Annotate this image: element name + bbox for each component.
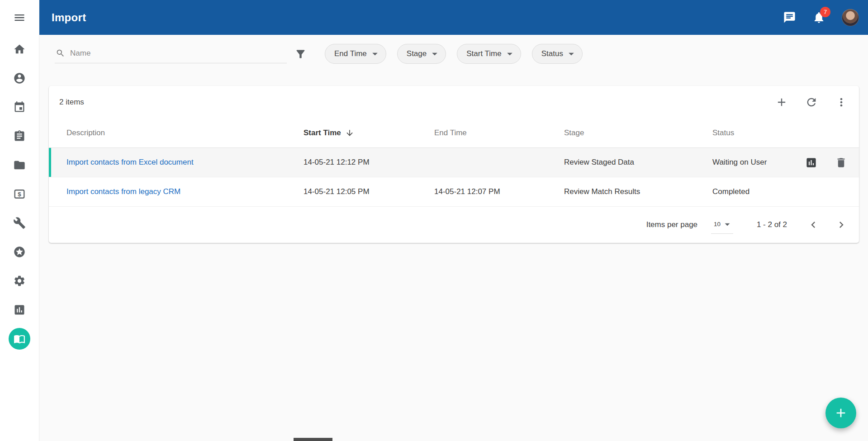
more-vert-icon	[835, 96, 848, 109]
plus-icon	[834, 406, 848, 420]
user-menu-button[interactable]	[842, 9, 859, 26]
home-icon	[13, 43, 26, 56]
filter-chip-start-time[interactable]: Start Time	[457, 44, 521, 64]
plus-icon	[775, 96, 788, 109]
toolbar-actions	[772, 92, 851, 112]
search-icon	[56, 48, 65, 58]
menu-icon	[13, 11, 26, 24]
calendar-icon	[13, 101, 26, 114]
add-button[interactable]	[772, 92, 792, 112]
cell-status: Completed	[712, 187, 792, 196]
sidebar-item-tools[interactable]	[0, 209, 39, 237]
next-page-button[interactable]	[831, 215, 851, 235]
chevron-right-icon	[835, 218, 848, 231]
wrench-icon	[13, 217, 26, 229]
filter-chip-status[interactable]: Status	[532, 44, 583, 64]
cell-end-time: 14-05-21 12:07 PM	[434, 187, 564, 196]
filter-button[interactable]	[294, 48, 307, 60]
pagination-bar: Items per page 10 1 - 2 of 2	[49, 207, 859, 243]
chat-icon	[783, 11, 796, 24]
filter-chip-end-time[interactable]: End Time	[325, 44, 386, 64]
filter-funnel-icon	[294, 48, 307, 60]
refresh-icon	[805, 96, 818, 109]
topbar-actions: 7	[783, 9, 859, 26]
billing-dollar-icon: $	[13, 188, 26, 200]
trash-icon	[835, 156, 847, 169]
menu-button[interactable]	[0, 0, 39, 35]
items-count: 2 items	[59, 98, 772, 107]
page-range-label: 1 - 2 of 2	[757, 220, 787, 229]
cell-stage: Review Match Results	[564, 187, 712, 196]
sidebar-item-billing[interactable]: $	[0, 180, 39, 209]
import-link[interactable]: Import contacts from legacy CRM	[66, 187, 180, 196]
sort-arrow-down-icon	[345, 128, 354, 138]
view-results-button[interactable]	[801, 152, 821, 172]
chip-label: End Time	[334, 49, 367, 58]
main-content: End Time Stage Start Time Status 2 items	[39, 35, 868, 441]
sidebar-item-home[interactable]	[0, 35, 39, 64]
previous-page-button[interactable]	[803, 215, 823, 235]
filter-row: End Time Stage Start Time Status	[39, 35, 868, 73]
table-header-row: Description Start Time End Time Stage St…	[49, 118, 859, 148]
star-circle-icon	[13, 246, 26, 258]
table-row[interactable]: Import contacts from legacy CRM 14-05-21…	[49, 177, 859, 207]
chevron-down-icon	[427, 47, 441, 60]
column-header-end-time[interactable]: End Time	[434, 128, 564, 138]
chip-label: Status	[541, 49, 563, 58]
top-bar: Import 7	[39, 0, 868, 35]
notifications-button[interactable]: 7	[812, 11, 825, 24]
cell-status: Waiting on User	[712, 158, 792, 167]
sidebar-item-reports[interactable]	[0, 295, 39, 324]
cell-start-time: 14-05-21 12:12 PM	[304, 158, 434, 167]
chip-label: Start Time	[466, 49, 501, 58]
import-link[interactable]: Import contacts from Excel document	[66, 158, 194, 166]
page-size-select[interactable]: 10	[711, 216, 733, 234]
card-toolbar: 2 items	[49, 86, 859, 118]
sidebar-item-files[interactable]	[0, 151, 39, 180]
horizontal-scrollbar-thumb[interactable]	[294, 438, 332, 441]
sidebar-item-calendar[interactable]	[0, 93, 39, 122]
chevron-left-icon	[807, 218, 820, 231]
filter-chip-stage[interactable]: Stage	[397, 44, 446, 64]
more-options-button[interactable]	[831, 92, 851, 112]
cell-start-time: 14-05-21 12:05 PM	[304, 187, 434, 196]
items-per-page-label: Items per page	[646, 220, 697, 229]
row-actions	[792, 152, 851, 172]
sidebar-item-contacts[interactable]	[0, 64, 39, 93]
column-header-status[interactable]: Status	[712, 128, 792, 138]
column-header-description[interactable]: Description	[66, 128, 304, 138]
sidebar-item-import[interactable]	[0, 324, 39, 353]
chevron-down-icon	[367, 47, 381, 60]
column-header-stage[interactable]: Stage	[564, 128, 712, 138]
import-list-card: 2 items Description Start Time End Time	[49, 86, 859, 243]
chevron-down-icon	[721, 218, 733, 230]
page-size-value: 10	[714, 221, 721, 228]
filter-chips: End Time Stage Start Time Status	[325, 44, 583, 64]
clipboard-icon	[13, 130, 26, 142]
book-icon	[9, 328, 30, 350]
sidebar-item-activities[interactable]	[0, 122, 39, 151]
delete-row-button[interactable]	[831, 152, 851, 172]
sidebar-item-favorites[interactable]	[0, 237, 39, 266]
notification-badge: 7	[820, 7, 830, 17]
svg-text:$: $	[18, 191, 21, 198]
user-avatar	[842, 9, 859, 26]
results-chart-icon	[805, 156, 817, 169]
chevron-down-icon	[563, 47, 578, 60]
chevron-down-icon	[502, 47, 516, 60]
sidebar-item-settings[interactable]	[0, 266, 39, 295]
column-header-start-time[interactable]: Start Time	[304, 128, 434, 138]
pagination-buttons	[803, 215, 851, 235]
page-title: Import	[52, 11, 783, 24]
cell-stage: Review Staged Data	[564, 158, 712, 167]
search-input[interactable]	[70, 49, 287, 58]
folder-icon	[13, 159, 26, 171]
refresh-button[interactable]	[802, 92, 821, 112]
column-label: Start Time	[304, 128, 341, 138]
search-box	[55, 44, 287, 63]
chip-label: Stage	[407, 49, 427, 58]
chat-button[interactable]	[783, 11, 796, 24]
gear-icon	[13, 275, 26, 287]
new-import-fab[interactable]	[825, 398, 856, 428]
table-row[interactable]: Import contacts from Excel document 14-0…	[49, 148, 859, 177]
